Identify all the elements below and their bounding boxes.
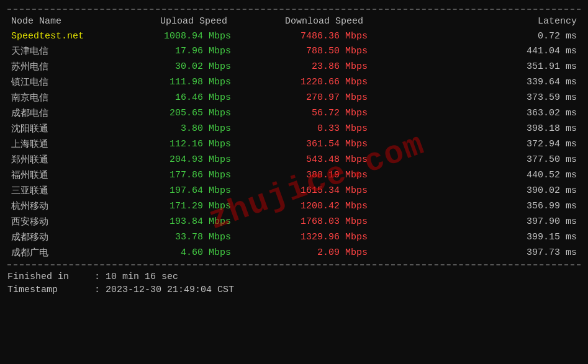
cell-node: 郑州联通 — [7, 152, 132, 167]
cell-latency: 356.99 ms — [392, 198, 581, 214]
bottom-divider — [7, 264, 581, 265]
table-row: 杭州移动171.29 Mbps1200.42 Mbps356.99 ms — [7, 198, 581, 214]
cell-node: Speedtest.net — [7, 29, 132, 43]
cell-latency: 398.18 ms — [392, 121, 581, 136]
cell-upload: 1008.94 Mbps — [132, 29, 256, 43]
table-row: 成都电信205.65 Mbps56.72 Mbps363.02 ms — [7, 105, 581, 121]
cell-upload: 33.78 Mbps — [132, 229, 256, 245]
cell-download: 7486.36 Mbps — [256, 29, 392, 43]
footer-timestamp-label: Timestamp — [7, 285, 94, 295]
cell-latency: 441.04 ms — [392, 43, 581, 59]
cell-latency: 397.73 ms — [392, 245, 581, 260]
cell-upload: 4.60 Mbps — [132, 245, 256, 260]
cell-latency: 399.15 ms — [392, 229, 581, 245]
cell-latency: 351.91 ms — [392, 59, 581, 74]
cell-upload: 112.16 Mbps — [132, 136, 256, 152]
cell-node: 三亚联通 — [7, 183, 132, 198]
footer-finished-label: Finished in — [7, 272, 94, 282]
cell-download: 1220.66 Mbps — [256, 74, 392, 90]
table-row: 福州联通177.86 Mbps388.19 Mbps440.52 ms — [7, 167, 581, 183]
cell-latency: 372.94 ms — [392, 136, 581, 152]
col-header-node: Node Name — [7, 14, 132, 29]
col-header-upload: Upload Speed — [132, 14, 256, 29]
cell-download: 270.97 Mbps — [256, 90, 392, 105]
cell-download: 1768.03 Mbps — [256, 214, 392, 229]
cell-download: 788.50 Mbps — [256, 43, 392, 59]
table-row: 南京电信16.46 Mbps270.97 Mbps373.59 ms — [7, 90, 581, 105]
col-header-download: Download Speed — [256, 14, 392, 29]
cell-download: 543.48 Mbps — [256, 152, 392, 167]
cell-latency: 377.50 ms — [392, 152, 581, 167]
table-row: Speedtest.net1008.94 Mbps7486.36 Mbps0.7… — [7, 29, 581, 43]
footer-timestamp-row: Timestamp : 2023-12-30 21:49:04 CST — [7, 283, 581, 296]
cell-latency: 339.64 ms — [392, 74, 581, 90]
cell-node: 福州联通 — [7, 167, 132, 183]
cell-download: 1329.96 Mbps — [256, 229, 392, 245]
cell-upload: 17.96 Mbps — [132, 43, 256, 59]
footer-timestamp-value: : 2023-12-30 21:49:04 CST — [94, 285, 234, 295]
footer-finished-row: Finished in : 10 min 16 sec — [7, 270, 581, 283]
table-row: 沈阳联通3.80 Mbps0.33 Mbps398.18 ms — [7, 121, 581, 136]
table-row: 郑州联通204.93 Mbps543.48 Mbps377.50 ms — [7, 152, 581, 167]
cell-latency: 390.02 ms — [392, 183, 581, 198]
table-row: 成都广电4.60 Mbps2.09 Mbps397.73 ms — [7, 245, 581, 260]
cell-upload: 111.98 Mbps — [132, 74, 256, 90]
cell-latency: 397.90 ms — [392, 214, 581, 229]
table-row: 西安移动193.84 Mbps1768.03 Mbps397.90 ms — [7, 214, 581, 229]
table-row: 镇江电信111.98 Mbps1220.66 Mbps339.64 ms — [7, 74, 581, 90]
table-row: 苏州电信30.02 Mbps23.86 Mbps351.91 ms — [7, 59, 581, 74]
cell-download: 0.33 Mbps — [256, 121, 392, 136]
cell-node: 成都电信 — [7, 105, 132, 121]
cell-node: 上海联通 — [7, 136, 132, 152]
table-body: Speedtest.net1008.94 Mbps7486.36 Mbps0.7… — [7, 29, 581, 260]
table-header-row: Node Name Upload Speed Download Speed La… — [7, 14, 581, 29]
table-row: 天津电信17.96 Mbps788.50 Mbps441.04 ms — [7, 43, 581, 59]
cell-upload: 171.29 Mbps — [132, 198, 256, 214]
cell-node: 沈阳联通 — [7, 121, 132, 136]
cell-download: 56.72 Mbps — [256, 105, 392, 121]
cell-node: 苏州电信 — [7, 59, 132, 74]
cell-latency: 0.72 ms — [392, 29, 581, 43]
cell-download: 2.09 Mbps — [256, 245, 392, 260]
cell-node: 成都广电 — [7, 245, 132, 260]
cell-latency: 363.02 ms — [392, 105, 581, 121]
cell-node: 南京电信 — [7, 90, 132, 105]
cell-upload: 193.84 Mbps — [132, 214, 256, 229]
results-table: Node Name Upload Speed Download Speed La… — [7, 14, 581, 260]
cell-upload: 30.02 Mbps — [132, 59, 256, 74]
cell-node: 成都移动 — [7, 229, 132, 245]
top-divider — [7, 9, 581, 10]
cell-upload: 197.64 Mbps — [132, 183, 256, 198]
footer-section: Finished in : 10 min 16 sec Timestamp : … — [7, 270, 581, 296]
cell-upload: 204.93 Mbps — [132, 152, 256, 167]
cell-node: 天津电信 — [7, 43, 132, 59]
table-row: 上海联通112.16 Mbps361.54 Mbps372.94 ms — [7, 136, 581, 152]
cell-latency: 440.52 ms — [392, 167, 581, 183]
col-header-latency: Latency — [392, 14, 581, 29]
cell-latency: 373.59 ms — [392, 90, 581, 105]
cell-node: 西安移动 — [7, 214, 132, 229]
cell-download: 361.54 Mbps — [256, 136, 392, 152]
cell-download: 23.86 Mbps — [256, 59, 392, 74]
cell-node: 镇江电信 — [7, 74, 132, 90]
cell-upload: 3.80 Mbps — [132, 121, 256, 136]
cell-upload: 16.46 Mbps — [132, 90, 256, 105]
table-row: 三亚联通197.64 Mbps1615.34 Mbps390.02 ms — [7, 183, 581, 198]
footer-finished-value: : 10 min 16 sec — [94, 272, 178, 282]
cell-download: 388.19 Mbps — [256, 167, 392, 183]
main-container: zhujice.com Node Name Upload Speed Downl… — [0, 0, 588, 364]
cell-upload: 205.65 Mbps — [132, 105, 256, 121]
cell-upload: 177.86 Mbps — [132, 167, 256, 183]
cell-download: 1615.34 Mbps — [256, 183, 392, 198]
cell-node: 杭州移动 — [7, 198, 132, 214]
cell-download: 1200.42 Mbps — [256, 198, 392, 214]
table-row: 成都移动33.78 Mbps1329.96 Mbps399.15 ms — [7, 229, 581, 245]
